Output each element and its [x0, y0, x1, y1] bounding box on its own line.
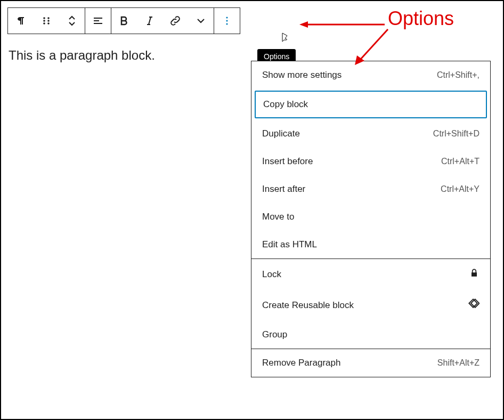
paragraph-text: This is a paragraph block. — [9, 48, 155, 62]
tooltip-text: Options — [264, 52, 289, 61]
lock-icon — [469, 268, 479, 281]
move-updown-button[interactable] — [59, 8, 85, 34]
menu-item-shortcut: Ctrl+Alt+Y — [441, 184, 479, 194]
menu-item-shortcut: Ctrl+Alt+T — [441, 157, 479, 166]
options-button[interactable] — [214, 8, 240, 34]
menu-item-label: Copy block — [263, 99, 308, 110]
paragraph-block[interactable]: This is a paragraph block. — [9, 48, 155, 63]
annotation-text: Options — [388, 7, 454, 29]
italic-icon — [143, 14, 156, 27]
menu-group[interactable]: Group — [251, 321, 490, 349]
menu-duplicate[interactable]: Duplicate Ctrl+Shift+D — [251, 120, 490, 148]
svg-line-9 — [149, 17, 151, 25]
svg-point-1 — [47, 17, 50, 19]
drag-handle-button[interactable] — [34, 8, 59, 34]
menu-move-to[interactable]: Move to — [251, 203, 490, 231]
menu-edit-as-html[interactable]: Edit as HTML — [251, 231, 490, 259]
block-toolbar — [7, 7, 240, 34]
svg-point-12 — [226, 17, 227, 18]
menu-insert-before[interactable]: Insert before Ctrl+Alt+T — [251, 148, 490, 175]
toolbar-group-options — [214, 8, 240, 34]
more-vertical-icon — [221, 14, 233, 27]
menu-item-label: Remove Paragraph — [262, 358, 340, 368]
menu-item-label: Lock — [262, 269, 281, 280]
menu-item-label: Create Reusable block — [262, 300, 354, 311]
toolbar-group-block — [8, 8, 85, 34]
align-button[interactable] — [85, 8, 111, 34]
link-icon — [169, 14, 182, 27]
svg-point-2 — [43, 20, 45, 22]
menu-item-shortcut: Ctrl+Shift+D — [433, 129, 479, 139]
menu-item-label: Move to — [262, 212, 294, 222]
chevron-down-icon — [194, 14, 207, 27]
menu-item-shortcut: Ctrl+Shift+, — [437, 70, 479, 80]
paragraph-icon — [14, 14, 27, 27]
menu-remove-paragraph[interactable]: Remove Paragraph Shift+Alt+Z — [251, 349, 490, 377]
svg-marker-18 — [299, 21, 308, 28]
menu-copy-block[interactable]: Copy block — [255, 91, 487, 118]
annotation-label: Options — [388, 7, 454, 30]
toolbar-group-align — [85, 8, 111, 34]
options-menu: Show more settings Ctrl+Shift+, Copy blo… — [251, 61, 491, 377]
menu-item-label: Duplicate — [262, 128, 300, 139]
drag-icon — [40, 14, 53, 27]
editor-frame: Options This is a paragraph block. Show … — [0, 0, 504, 420]
menu-item-label: Edit as HTML — [262, 239, 317, 250]
svg-point-3 — [47, 20, 50, 22]
menu-item-label: Group — [262, 329, 287, 340]
block-type-button[interactable] — [8, 8, 34, 34]
menu-item-label: Show more settings — [262, 70, 342, 80]
align-left-icon — [92, 14, 104, 27]
link-button[interactable] — [162, 8, 188, 34]
menu-insert-after[interactable]: Insert after Ctrl+Alt+Y — [251, 175, 490, 203]
svg-point-0 — [43, 17, 45, 19]
menu-lock[interactable]: Lock — [251, 259, 490, 289]
svg-point-13 — [226, 20, 227, 21]
italic-button[interactable] — [137, 8, 162, 34]
bold-icon — [118, 14, 131, 27]
menu-item-label: Insert after — [262, 184, 305, 195]
svg-point-5 — [47, 22, 50, 25]
annotation-arrow-2 — [351, 27, 393, 69]
reusable-icon — [468, 298, 479, 312]
toolbar-group-format — [111, 8, 214, 34]
menu-create-reusable-block[interactable]: Create Reusable block — [251, 289, 490, 321]
menu-item-label: Insert before — [262, 156, 313, 167]
svg-line-19 — [360, 29, 388, 60]
menu-item-shortcut: Shift+Alt+Z — [437, 358, 479, 368]
bold-button[interactable] — [111, 8, 137, 34]
chevrons-updown-icon — [66, 14, 78, 27]
more-formatting-button[interactable] — [188, 8, 214, 34]
svg-point-14 — [226, 23, 227, 25]
svg-point-4 — [43, 22, 45, 25]
pointer-cursor-icon — [279, 32, 290, 47]
